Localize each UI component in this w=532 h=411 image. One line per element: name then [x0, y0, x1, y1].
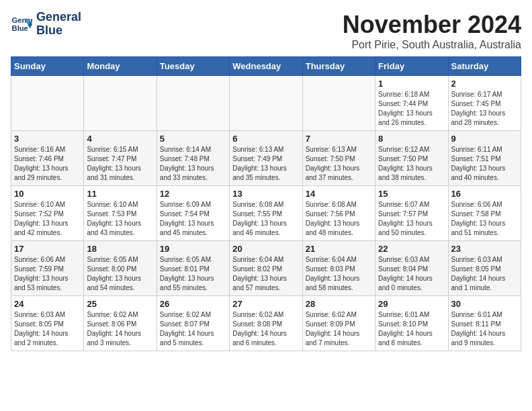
day-info: Sunrise: 6:13 AMSunset: 7:50 PMDaylight:… — [306, 145, 372, 183]
day-cell: 3Sunrise: 6:16 AMSunset: 7:46 PMDaylight… — [11, 131, 84, 186]
day-number: 27 — [232, 299, 299, 309]
day-cell: 27Sunrise: 6:02 AMSunset: 8:08 PMDayligh… — [230, 296, 302, 351]
day-info: Sunrise: 6:06 AMSunset: 7:59 PMDaylight:… — [14, 255, 81, 293]
day-info: Sunrise: 6:10 AMSunset: 7:52 PMDaylight:… — [14, 200, 81, 238]
day-info: Sunrise: 6:02 AMSunset: 8:08 PMDaylight:… — [232, 310, 299, 348]
day-number: 2 — [451, 79, 518, 89]
day-number: 8 — [378, 134, 445, 144]
day-info: Sunrise: 6:05 AMSunset: 8:00 PMDaylight:… — [87, 255, 153, 293]
day-number: 18 — [87, 244, 153, 254]
day-number: 19 — [160, 244, 226, 254]
logo-text-line2: Blue — [36, 24, 81, 38]
header-cell-tuesday: Tuesday — [157, 57, 229, 76]
day-cell: 10Sunrise: 6:10 AMSunset: 7:52 PMDayligh… — [11, 186, 84, 241]
logo-icon: General Blue — [11, 13, 32, 35]
day-info: Sunrise: 6:13 AMSunset: 7:49 PMDaylight:… — [232, 145, 299, 183]
day-cell: 26Sunrise: 6:02 AMSunset: 8:07 PMDayligh… — [157, 296, 229, 351]
day-number: 1 — [378, 79, 445, 89]
day-cell — [302, 76, 375, 131]
day-number: 9 — [451, 134, 518, 144]
day-info: Sunrise: 6:12 AMSunset: 7:50 PMDaylight:… — [378, 145, 445, 183]
day-cell: 1Sunrise: 6:18 AMSunset: 7:44 PMDaylight… — [375, 76, 448, 131]
day-number: 20 — [232, 244, 299, 254]
day-cell: 23Sunrise: 6:03 AMSunset: 8:05 PMDayligh… — [448, 241, 521, 296]
header-cell-friday: Friday — [375, 57, 448, 76]
day-cell: 25Sunrise: 6:02 AMSunset: 8:06 PMDayligh… — [84, 296, 157, 351]
day-cell: 12Sunrise: 6:09 AMSunset: 7:54 PMDayligh… — [157, 186, 229, 241]
day-number: 22 — [378, 244, 445, 254]
title-area: November 2024 Port Pirie, South Australi… — [343, 11, 521, 51]
day-info: Sunrise: 6:01 AMSunset: 8:10 PMDaylight:… — [378, 310, 445, 348]
day-cell: 11Sunrise: 6:10 AMSunset: 7:53 PMDayligh… — [84, 186, 157, 241]
day-info: Sunrise: 6:09 AMSunset: 7:54 PMDaylight:… — [160, 200, 226, 238]
day-info: Sunrise: 6:03 AMSunset: 8:05 PMDaylight:… — [451, 255, 518, 293]
day-info: Sunrise: 6:02 AMSunset: 8:09 PMDaylight:… — [306, 310, 372, 348]
week-row-5: 24Sunrise: 6:03 AMSunset: 8:05 PMDayligh… — [11, 296, 521, 351]
day-number: 25 — [87, 299, 153, 309]
day-number: 6 — [232, 134, 299, 144]
day-info: Sunrise: 6:03 AMSunset: 8:05 PMDaylight:… — [14, 310, 81, 348]
day-info: Sunrise: 6:08 AMSunset: 7:55 PMDaylight:… — [232, 200, 299, 238]
day-cell — [84, 76, 157, 131]
day-number: 28 — [306, 299, 372, 309]
day-number: 11 — [87, 189, 153, 199]
header-row: SundayMondayTuesdayWednesdayThursdayFrid… — [11, 57, 521, 76]
day-cell: 19Sunrise: 6:05 AMSunset: 8:01 PMDayligh… — [157, 241, 229, 296]
week-row-3: 10Sunrise: 6:10 AMSunset: 7:52 PMDayligh… — [11, 186, 521, 241]
logo: General Blue General Blue — [11, 11, 81, 38]
day-cell: 21Sunrise: 6:04 AMSunset: 8:03 PMDayligh… — [302, 241, 375, 296]
calendar-body: 1Sunrise: 6:18 AMSunset: 7:44 PMDaylight… — [11, 76, 521, 351]
day-info: Sunrise: 6:18 AMSunset: 7:44 PMDaylight:… — [378, 90, 445, 128]
day-info: Sunrise: 6:06 AMSunset: 7:58 PMDaylight:… — [451, 200, 518, 238]
day-number: 29 — [378, 299, 445, 309]
day-number: 13 — [232, 189, 299, 199]
day-number: 17 — [14, 244, 81, 254]
day-info: Sunrise: 6:11 AMSunset: 7:51 PMDaylight:… — [451, 145, 518, 183]
week-row-1: 1Sunrise: 6:18 AMSunset: 7:44 PMDaylight… — [11, 76, 521, 131]
header-cell-thursday: Thursday — [302, 57, 375, 76]
day-cell: 18Sunrise: 6:05 AMSunset: 8:00 PMDayligh… — [84, 241, 157, 296]
day-number: 3 — [14, 134, 81, 144]
day-cell: 14Sunrise: 6:08 AMSunset: 7:56 PMDayligh… — [302, 186, 375, 241]
day-number: 12 — [160, 189, 226, 199]
day-number: 30 — [451, 299, 518, 309]
logo-text-line1: General — [36, 11, 81, 24]
week-row-4: 17Sunrise: 6:06 AMSunset: 7:59 PMDayligh… — [11, 241, 521, 296]
day-info: Sunrise: 6:08 AMSunset: 7:56 PMDaylight:… — [306, 200, 372, 238]
day-number: 14 — [306, 189, 372, 199]
location-title: Port Pirie, South Australia, Australia — [343, 39, 521, 51]
day-cell: 16Sunrise: 6:06 AMSunset: 7:58 PMDayligh… — [448, 186, 521, 241]
day-number: 23 — [451, 244, 518, 254]
day-cell: 30Sunrise: 6:01 AMSunset: 8:11 PMDayligh… — [448, 296, 521, 351]
day-cell: 6Sunrise: 6:13 AMSunset: 7:49 PMDaylight… — [230, 131, 302, 186]
day-cell: 8Sunrise: 6:12 AMSunset: 7:50 PMDaylight… — [375, 131, 448, 186]
day-info: Sunrise: 6:10 AMSunset: 7:53 PMDaylight:… — [87, 200, 153, 238]
day-cell: 20Sunrise: 6:04 AMSunset: 8:02 PMDayligh… — [230, 241, 302, 296]
day-number: 24 — [14, 299, 81, 309]
day-cell: 2Sunrise: 6:17 AMSunset: 7:45 PMDaylight… — [448, 76, 521, 131]
day-cell: 13Sunrise: 6:08 AMSunset: 7:55 PMDayligh… — [230, 186, 302, 241]
day-cell: 5Sunrise: 6:14 AMSunset: 7:48 PMDaylight… — [157, 131, 229, 186]
day-info: Sunrise: 6:16 AMSunset: 7:46 PMDaylight:… — [14, 145, 81, 183]
day-info: Sunrise: 6:04 AMSunset: 8:02 PMDaylight:… — [232, 255, 299, 293]
day-info: Sunrise: 6:02 AMSunset: 8:06 PMDaylight:… — [87, 310, 153, 348]
day-cell: 4Sunrise: 6:15 AMSunset: 7:47 PMDaylight… — [84, 131, 157, 186]
day-info: Sunrise: 6:02 AMSunset: 8:07 PMDaylight:… — [160, 310, 226, 348]
day-cell: 22Sunrise: 6:03 AMSunset: 8:04 PMDayligh… — [375, 241, 448, 296]
day-info: Sunrise: 6:01 AMSunset: 8:11 PMDaylight:… — [451, 310, 518, 348]
day-cell: 15Sunrise: 6:07 AMSunset: 7:57 PMDayligh… — [375, 186, 448, 241]
day-info: Sunrise: 6:03 AMSunset: 8:04 PMDaylight:… — [378, 255, 445, 293]
header-cell-saturday: Saturday — [448, 57, 521, 76]
day-cell — [230, 76, 302, 131]
day-info: Sunrise: 6:04 AMSunset: 8:03 PMDaylight:… — [306, 255, 372, 293]
day-cell — [157, 76, 229, 131]
day-number: 21 — [306, 244, 372, 254]
day-cell — [11, 76, 84, 131]
day-number: 10 — [14, 189, 81, 199]
day-number: 4 — [87, 134, 153, 144]
day-number: 16 — [451, 189, 518, 199]
day-info: Sunrise: 6:07 AMSunset: 7:57 PMDaylight:… — [378, 200, 445, 238]
week-row-2: 3Sunrise: 6:16 AMSunset: 7:46 PMDaylight… — [11, 131, 521, 186]
day-number: 26 — [160, 299, 226, 309]
calendar-table: SundayMondayTuesdayWednesdayThursdayFrid… — [11, 56, 521, 351]
